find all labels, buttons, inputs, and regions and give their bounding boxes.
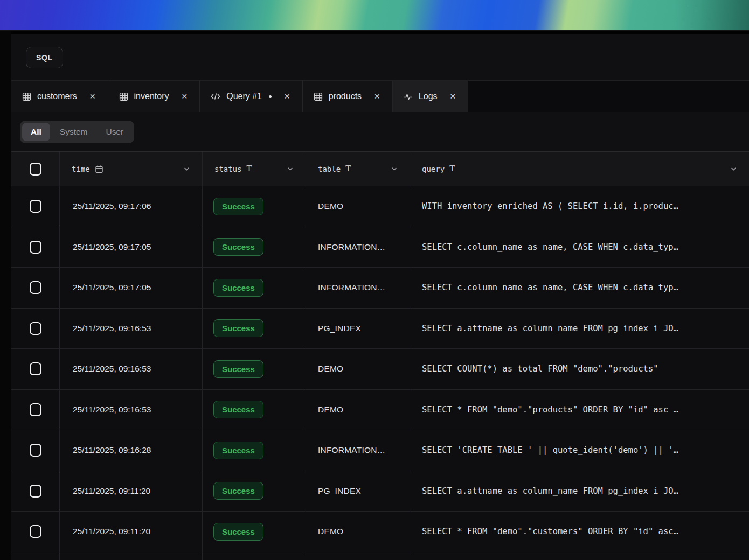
table-name-cell: PG_INDEX <box>306 309 410 349</box>
close-icon[interactable]: ✕ <box>180 92 189 101</box>
code-icon <box>211 93 220 100</box>
status-badge: Success <box>213 442 263 459</box>
table-icon <box>119 92 128 101</box>
table-row[interactable]: 25/11/2025, 09:16:28 Success INFORMATION… <box>11 430 749 471</box>
logs-grid: time status T <box>11 151 749 560</box>
row-checkbox[interactable] <box>30 241 41 254</box>
select-all-checkbox[interactable] <box>30 163 41 176</box>
row-checkbox[interactable] <box>30 485 41 498</box>
status-cell: Success <box>203 268 306 308</box>
type-icon: T <box>247 165 252 173</box>
app-window: SQL customers ✕ <box>11 34 749 560</box>
tab-inventory[interactable]: inventory ✕ <box>108 81 200 112</box>
desktop-wallpaper <box>0 0 749 31</box>
status-cell: Success <box>203 390 306 430</box>
column-header-status[interactable]: status T <box>203 152 306 186</box>
chevron-down-icon[interactable] <box>730 165 737 172</box>
row-checkbox[interactable] <box>30 322 41 335</box>
header-checkbox-cell <box>11 152 60 186</box>
tab-label: products <box>329 92 362 101</box>
row-checkbox[interactable] <box>30 403 41 416</box>
table-row[interactable]: 25/11/2025, 09:11:20 Success PG_INDEX SE… <box>11 471 749 512</box>
row-checkbox[interactable] <box>30 444 41 457</box>
sql-badge[interactable]: SQL <box>26 47 63 68</box>
filter-system[interactable]: System <box>51 123 96 141</box>
query-cell: SELECT c.column_name as name, CASE WHEN … <box>410 227 749 268</box>
column-header-query[interactable]: query T <box>410 152 749 186</box>
table-name-cell: DEMO <box>306 390 410 430</box>
table-name-cell: DEMO <box>306 186 410 227</box>
table-name-cell: INFORMATION… <box>306 227 410 268</box>
close-icon[interactable]: ✕ <box>88 92 97 101</box>
status-badge: Success <box>213 198 263 215</box>
row-checkbox-cell <box>11 186 60 227</box>
status-cell: Success <box>203 512 306 552</box>
time-cell: 25/11/2025, 09:11:20 <box>60 512 203 552</box>
tab-products[interactable]: products ✕ <box>303 81 393 112</box>
row-checkbox[interactable] <box>30 281 41 294</box>
chevron-down-icon[interactable] <box>287 165 294 172</box>
table-row[interactable]: 25/11/2025, 09:16:53 Success PG_INDEX SE… <box>11 309 749 349</box>
row-checkbox[interactable] <box>30 525 41 538</box>
row-checkbox[interactable] <box>30 200 41 213</box>
column-header-table[interactable]: table T <box>306 152 410 186</box>
time-cell: 25/11/2025, 09:16:28 <box>60 430 203 471</box>
table-name-cell: PG_INDEX <box>306 471 410 512</box>
time-cell: 25/11/2025, 09:17:06 <box>60 186 203 227</box>
tab-logs[interactable]: Logs ✕ <box>393 81 468 112</box>
query-cell: SELECT 'CREATE TABLE ' || quote_ident('d… <box>410 430 749 471</box>
column-header-time[interactable]: time <box>60 152 203 186</box>
status-badge: Success <box>213 238 263 256</box>
chevron-down-icon[interactable] <box>391 165 398 172</box>
row-checkbox-cell <box>11 268 60 308</box>
table-row[interactable]: 25/11/2025, 09:17:06 Success DEMO WITH i… <box>11 186 749 227</box>
row-checkbox-cell <box>11 512 60 552</box>
status-cell: Success <box>203 349 306 389</box>
status-badge: Success <box>213 279 263 297</box>
close-icon[interactable]: ✕ <box>373 92 382 101</box>
tab-label: inventory <box>134 92 169 101</box>
grid-body: 25/11/2025, 09:17:06 Success DEMO WITH i… <box>11 186 749 552</box>
tab-bar: customers ✕ inventory ✕ <box>11 81 749 112</box>
table-row[interactable]: 25/11/2025, 09:11:20 Success DEMO SELECT… <box>11 512 749 552</box>
row-checkbox-cell <box>11 309 60 349</box>
row-checkbox-cell <box>11 471 60 512</box>
status-badge: Success <box>213 482 263 500</box>
type-icon: T <box>449 165 455 173</box>
table-row[interactable]: 25/11/2025, 09:16:53 Success DEMO SELECT… <box>11 390 749 431</box>
status-cell: Success <box>203 309 306 349</box>
query-cell: SELECT * FROM "demo"."products" ORDER BY… <box>410 390 749 430</box>
row-checkbox-cell <box>11 390 60 430</box>
table-name-cell: DEMO <box>306 512 410 552</box>
close-icon[interactable]: ✕ <box>449 92 457 101</box>
filter-all[interactable]: All <box>22 123 50 141</box>
tab-customers[interactable]: customers ✕ <box>11 81 108 112</box>
table-row[interactable]: 25/11/2025, 09:17:05 Success INFORMATION… <box>11 227 749 268</box>
status-cell: Success <box>203 471 306 512</box>
table-row[interactable]: 25/11/2025, 09:16:53 Success DEMO SELECT… <box>11 349 749 390</box>
query-cell: SELECT * FROM "demo"."customers" ORDER B… <box>410 512 749 552</box>
tab-label: customers <box>37 92 77 101</box>
status-cell: Success <box>203 430 306 471</box>
tab-label: Query #1 <box>226 92 262 101</box>
query-cell: SELECT c.column_name as name, CASE WHEN … <box>410 268 749 308</box>
column-label: query <box>422 165 445 173</box>
row-checkbox-cell <box>11 227 60 268</box>
row-checkbox[interactable] <box>30 362 41 375</box>
row-checkbox-cell <box>11 349 60 389</box>
table-name-cell: INFORMATION… <box>306 430 410 471</box>
query-cell: WITH inventory_enriched AS ( SELECT i.id… <box>410 186 749 227</box>
time-cell: 25/11/2025, 09:17:05 <box>60 227 203 268</box>
status-badge: Success <box>213 360 263 378</box>
window-left-gutter <box>0 31 11 560</box>
query-cell: SELECT COUNT(*) as total FROM "demo"."pr… <box>410 349 749 389</box>
table-icon <box>314 92 323 101</box>
tab-query-1[interactable]: Query #1 ✕ <box>200 81 303 112</box>
chevron-down-icon[interactable] <box>183 165 190 172</box>
close-icon[interactable]: ✕ <box>283 92 292 101</box>
row-checkbox-cell <box>11 430 60 471</box>
filter-user[interactable]: User <box>98 123 133 141</box>
status-cell: Success <box>203 186 306 227</box>
table-icon <box>22 92 31 101</box>
table-row[interactable]: 25/11/2025, 09:17:05 Success INFORMATION… <box>11 268 749 309</box>
